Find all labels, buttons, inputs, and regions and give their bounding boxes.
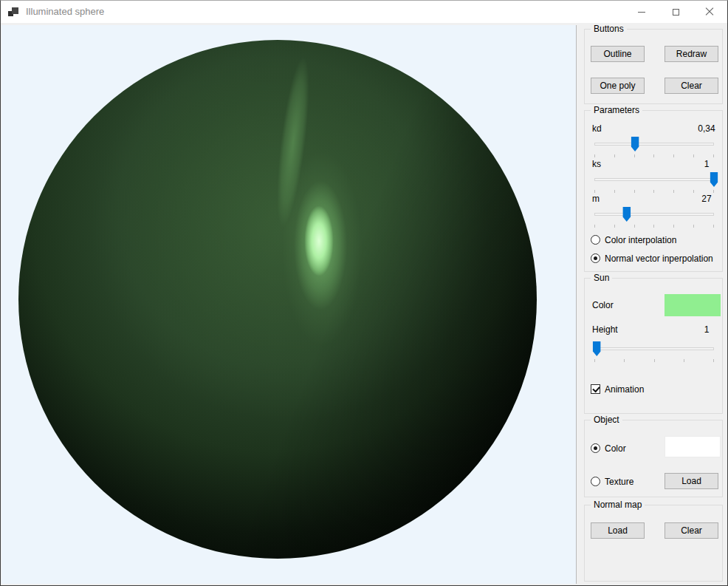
app-window: Illuminated sphere Buttons Outline Redra… — [0, 0, 728, 586]
illuminated-sphere — [18, 40, 537, 559]
maximize-button[interactable] — [659, 1, 693, 23]
sun-height-slider[interactable] — [592, 341, 716, 364]
sun-height-value: 1 — [682, 324, 728, 335]
group-buttons-title: Buttons — [591, 24, 627, 35]
group-parameters-title: Parameters — [591, 105, 642, 116]
close-button[interactable] — [693, 1, 727, 23]
radio-object-color-label: Color — [605, 443, 626, 454]
checkbox-checked-icon — [591, 384, 600, 394]
radio-color-interpolation-label: Color interpolation — [605, 235, 676, 245]
radio-checked-icon — [591, 443, 600, 453]
titlebar: Illuminated sphere — [1, 1, 727, 23]
minimize-icon — [638, 12, 645, 13]
m-value: 27 — [682, 194, 728, 205]
radio-object-color[interactable]: Color — [591, 443, 626, 454]
m-label: m — [592, 194, 600, 205]
sun-color-swatch[interactable] — [665, 294, 721, 316]
minimize-button[interactable] — [625, 1, 659, 23]
sun-height-label: Height — [592, 324, 618, 335]
sun-height-slider-thumb[interactable] — [593, 341, 601, 356]
ks-label: ks — [592, 159, 601, 170]
m-slider-ticks — [594, 225, 714, 228]
clear-button[interactable]: Clear — [665, 78, 718, 94]
kd-slider-track — [594, 143, 714, 146]
render-canvas[interactable] — [1, 25, 577, 584]
sun-height-slider-ticks — [594, 359, 714, 362]
group-object: Object Color Texture Load — [584, 420, 723, 497]
animation-checkbox-label: Animation — [605, 384, 644, 395]
kd-value: 0,34 — [682, 123, 728, 134]
ks-value: 1 — [682, 159, 728, 170]
radio-object-texture[interactable]: Texture — [591, 476, 633, 487]
radio-normal-interpolation[interactable]: Normal vector inperpolation — [591, 253, 713, 264]
ks-slider-thumb[interactable] — [710, 172, 718, 187]
animation-checkbox[interactable]: Animation — [591, 384, 644, 395]
radio-icon — [591, 477, 600, 486]
object-color-swatch[interactable] — [665, 436, 721, 457]
redraw-button[interactable]: Redraw — [665, 46, 718, 62]
ks-slider-ticks — [594, 190, 714, 193]
kd-label: kd — [592, 123, 602, 134]
outline-button[interactable]: Outline — [591, 46, 645, 62]
m-slider-track — [594, 213, 714, 216]
radio-icon — [591, 235, 600, 245]
group-object-title: Object — [591, 415, 622, 426]
ks-slider-track — [594, 178, 714, 181]
group-sun-title: Sun — [591, 273, 612, 284]
ks-slider[interactable] — [592, 171, 716, 195]
sphere-light-streak — [267, 41, 320, 244]
kd-slider-ticks — [594, 154, 714, 157]
m-slider[interactable] — [592, 206, 716, 230]
window-title: Illuminated sphere — [26, 1, 104, 23]
radio-checked-icon — [591, 253, 600, 263]
radio-object-texture-label: Texture — [605, 477, 633, 487]
kd-slider[interactable] — [592, 136, 716, 160]
sun-height-slider-track — [594, 347, 714, 350]
sun-color-label: Color — [592, 300, 614, 311]
m-slider-thumb[interactable] — [622, 207, 631, 222]
group-parameters: Parameters kd 0,34 ks 1 m 27 — [584, 110, 723, 272]
radio-normal-interpolation-label: Normal vector inperpolation — [605, 253, 713, 264]
normal-map-clear-button[interactable]: Clear — [665, 522, 718, 539]
kd-slider-thumb[interactable] — [631, 137, 639, 151]
app-icon — [8, 6, 20, 18]
texture-load-button[interactable]: Load — [665, 473, 718, 489]
group-sun: Sun Color Height 1 Animation — [584, 278, 723, 414]
group-normal-map: Normal map Load Clear — [584, 505, 723, 582]
maximize-icon — [673, 9, 679, 16]
one-poly-button[interactable]: One poly — [591, 78, 645, 94]
close-icon — [705, 7, 714, 16]
radio-color-interpolation[interactable]: Color interpolation — [591, 234, 676, 245]
group-normal-map-title: Normal map — [591, 500, 645, 511]
group-buttons: Buttons Outline Redraw One poly Clear — [584, 29, 723, 104]
normal-map-load-button[interactable]: Load — [591, 522, 645, 539]
